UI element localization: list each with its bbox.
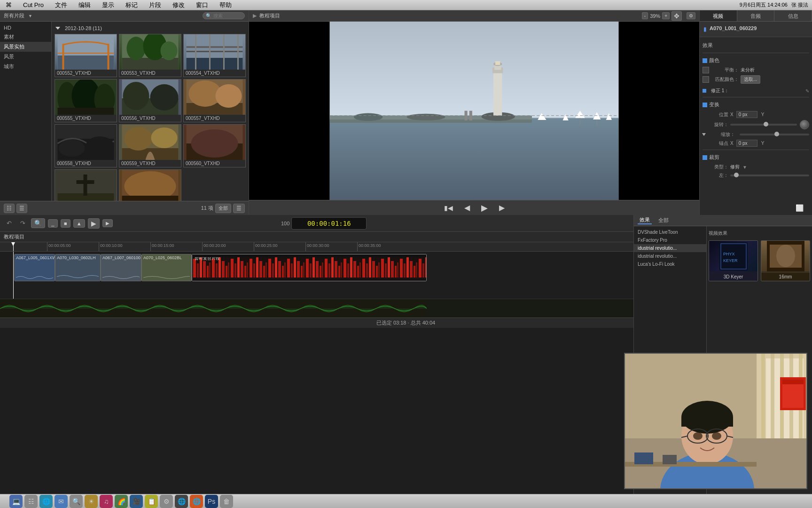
dock-notes[interactable]: 📋 (145, 495, 158, 508)
tool-btn[interactable]: ▶ (88, 218, 100, 229)
color-enable-checkbox[interactable] (703, 58, 707, 63)
clip-thumb-11[interactable] (119, 169, 181, 201)
dock-launchpad[interactable]: ☷ (24, 495, 38, 508)
file-menu[interactable]: 文件 (53, 1, 69, 9)
scale-expand-icon[interactable] (702, 133, 706, 136)
clip-menu[interactable]: 片段 (147, 1, 163, 9)
list-view-btn[interactable]: ☰ (16, 204, 27, 213)
sidebar-item-landscape[interactable]: 风景 (0, 52, 51, 62)
dock-mail[interactable]: ✉ (55, 495, 68, 508)
clip-thumb-000558[interactable]: 000558_VTXHD (55, 124, 117, 167)
clip-thumb-000555[interactable]: 000555_VTXHD (55, 79, 117, 122)
clip-thumb-000557[interactable]: 000557_VTXHD (183, 79, 246, 122)
clip-thumb-10[interactable] (55, 169, 117, 201)
crop-type-dropdown[interactable]: ▼ (742, 165, 747, 170)
effects-cat-luca[interactable]: Luca's Lo-Fi Look (634, 260, 706, 268)
sidebar-item-material[interactable]: 素材 (0, 32, 51, 42)
select-btn[interactable]: ▶ (102, 219, 113, 227)
window-menu[interactable]: 窗口 (194, 1, 210, 9)
dock-trash[interactable]: 🗑 (220, 495, 233, 508)
clip-a070-l030[interactable]: A070_L030_0602LH (55, 254, 101, 281)
rotation-wheel[interactable] (800, 120, 809, 129)
clip-a070-l025[interactable]: A070_L025_0602BL (141, 254, 192, 281)
compound-clip[interactable]: 暂时复合片段 (192, 254, 427, 281)
zoom-fit-btn[interactable]: ✥ (671, 11, 682, 21)
connect-btn[interactable]: ■ (61, 219, 70, 228)
dock-imovie[interactable]: 🎥 (130, 495, 143, 508)
balance-checkbox[interactable] (703, 67, 709, 73)
effects-cat-industrial1[interactable]: idustrial revolutio... (634, 244, 706, 252)
match-color-btn[interactable]: 选取... (741, 75, 760, 84)
edit-menu[interactable]: 编辑 (77, 1, 93, 9)
clip-thumb-000559[interactable]: 000559_VTXHD (119, 124, 181, 167)
position-x-input[interactable] (736, 111, 757, 118)
crop-left-slider[interactable] (730, 175, 809, 176)
app-name-menu[interactable]: Cut Pro (21, 1, 46, 8)
dock-photo[interactable]: ☀ (85, 495, 98, 508)
effect-3d-keyer[interactable]: PHYX KEYER 3D Keyer (709, 240, 758, 281)
mark-menu[interactable]: 标记 (124, 1, 140, 9)
browser-search-input[interactable] (213, 13, 242, 18)
inspector-tab-info[interactable]: 信息 (774, 10, 812, 21)
grid-view-btn[interactable]: ☷ (4, 204, 15, 213)
inspector-tab-video[interactable]: 视频 (700, 10, 737, 21)
dock-photoshop[interactable]: Ps (205, 495, 218, 508)
preview-settings-btn[interactable]: ⚙ (687, 12, 695, 19)
next-frame-btn[interactable]: ▶ (496, 202, 508, 213)
dock-firefox[interactable]: 🌐 (190, 495, 203, 508)
clip-thumb-000560[interactable]: 000560_VTXHD (183, 124, 246, 167)
clip-thumb-000553[interactable]: 000553_VTXHD (119, 34, 181, 77)
transform-enable-checkbox[interactable] (703, 103, 707, 107)
dock-finder[interactable]: 💻 (9, 495, 23, 508)
view-menu[interactable]: 显示 (100, 1, 116, 9)
blade-btn[interactable]: ⎯ (48, 219, 58, 228)
dock-spotlight[interactable]: 🔍 (70, 495, 83, 508)
prev-frame-btn[interactable]: ◀ (461, 202, 473, 213)
sidebar-item-hd[interactable]: HD (0, 24, 51, 32)
scale-slider[interactable] (740, 134, 809, 135)
clip-start-btn[interactable]: ▮◀ (441, 203, 456, 213)
crop-enable-checkbox[interactable] (703, 155, 707, 160)
effects-all-tab[interactable]: 全部 (656, 217, 671, 224)
effects-cat-dvshade[interactable]: DVShade LiveToon (634, 228, 706, 236)
undo-btn[interactable]: ↶ (4, 219, 15, 228)
effects-cat-fxfactory[interactable]: FxFactory Pro (634, 236, 706, 244)
clip-thumb-000552[interactable]: 000552_VTXHD (55, 34, 117, 77)
clip-a067-l005[interactable]: A067_L005_0601XW (14, 254, 55, 281)
effects-cat-industrial2[interactable]: idustrial revolutio... (634, 252, 706, 260)
modify-menu[interactable]: 修改 (171, 1, 187, 9)
zoom-out-btn[interactable]: - (642, 12, 648, 19)
help-menu[interactable]: 帮助 (218, 1, 234, 9)
dock-safari[interactable]: 🌐 (39, 495, 53, 508)
redo-btn[interactable]: ↷ (17, 219, 28, 228)
correction-checkbox[interactable] (703, 89, 706, 93)
sidebar-item-city[interactable]: 城市 (0, 62, 51, 71)
effect-16mm[interactable]: 16mm (761, 240, 810, 281)
clip-thumb-000554[interactable]: 000554_VTXHD (183, 34, 246, 77)
search-timeline-btn[interactable]: 🔍 (31, 218, 45, 228)
apple-menu[interactable]: ⌘ (4, 1, 14, 8)
audio-btn[interactable]: ▲ (73, 219, 85, 228)
filter-btn[interactable]: ☰ (233, 204, 245, 213)
dock-itunes[interactable]: ♫ (100, 495, 113, 508)
dock-system-prefs[interactable]: ⚙ (160, 495, 173, 508)
dock-chrome[interactable]: 🌐 (175, 495, 188, 508)
dock-iphoto[interactable]: 🌈 (115, 495, 128, 508)
anchor-x-input[interactable] (736, 140, 757, 147)
sidebar-item-outdoor[interactable]: 风景实拍 (0, 42, 51, 52)
inspector-tab-audio[interactable]: 音频 (737, 10, 775, 21)
rotation-slider[interactable] (730, 124, 797, 126)
match-color-checkbox[interactable] (703, 76, 709, 83)
browser-dropdown-icon[interactable]: ▼ (28, 14, 32, 18)
correction-edit-icon[interactable]: ✎ (805, 88, 809, 94)
effects-tab-label[interactable]: 效果 (638, 216, 652, 224)
play-btn[interactable]: ▶ (478, 202, 491, 214)
all-btn[interactable]: 全部 (215, 204, 231, 213)
timecode-display[interactable]: 00:00:01:16 (291, 217, 367, 230)
fullscreen-btn[interactable]: ⬜ (793, 203, 806, 213)
svg-rect-126 (782, 380, 804, 384)
clip-a067-l007[interactable]: A067_L007_060100 (101, 254, 141, 281)
clip-thumb-000556[interactable]: 000556_VTXHD (119, 79, 181, 122)
zoom-in-btn[interactable]: + (662, 12, 670, 19)
collapse-icon[interactable] (55, 27, 60, 30)
